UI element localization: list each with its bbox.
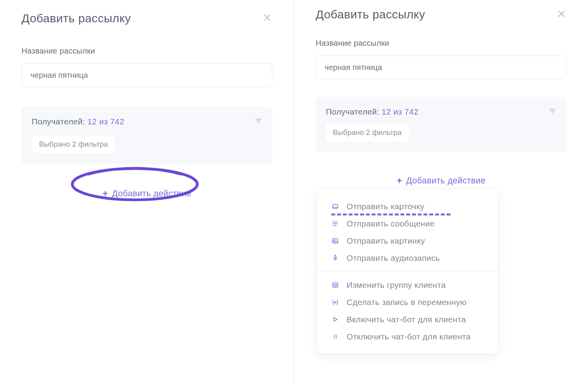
variable-icon — [331, 298, 340, 307]
add-action-button[interactable]: + Добавить действие — [102, 188, 191, 199]
panel-header: Добавить рассылку — [21, 12, 272, 25]
close-icon — [262, 13, 272, 24]
close-button[interactable] — [556, 9, 567, 20]
panel-title: Добавить рассылку — [21, 12, 131, 25]
add-action-button[interactable]: + Добавить действие — [397, 175, 485, 186]
menu-label: Отключить чат-бот для клиента — [347, 332, 471, 341]
filter-chip[interactable]: Выбрано 2 фильтра — [326, 124, 409, 142]
svg-rect-4 — [334, 255, 336, 258]
recipients-row: Получателей: 12 из 742 — [326, 107, 556, 117]
menu-send-audio[interactable]: Отправить аудиозапись — [318, 249, 497, 267]
menu-label: Отправить картинку — [347, 236, 425, 246]
add-action-label: Добавить действие — [112, 188, 191, 199]
menu-label: Отправить карточку — [347, 202, 424, 211]
filter-icon[interactable] — [549, 108, 556, 117]
svg-rect-1 — [332, 205, 338, 208]
pause-icon — [331, 332, 340, 341]
filter-icon[interactable] — [255, 117, 262, 126]
panel-header: Добавить рассылку — [316, 8, 567, 21]
plus-icon: + — [397, 175, 402, 186]
menu-label: Отправить сообщение — [347, 219, 435, 228]
svg-rect-5 — [332, 283, 338, 287]
name-label: Название рассылки — [21, 47, 272, 56]
annotation-ellipse — [64, 159, 205, 207]
menu-send-card[interactable]: Отправить карточку — [318, 198, 497, 215]
svg-point-6 — [334, 284, 334, 285]
group-icon — [331, 281, 340, 289]
close-button[interactable] — [262, 13, 272, 24]
menu-label: Отправить аудиозапись — [347, 253, 440, 263]
recipients-card: Получателей: 12 из 742 Выбрано 2 фильтра — [316, 97, 567, 152]
menu-enable-chatbot[interactable]: Включить чат-бот для клиента — [318, 311, 497, 328]
microphone-icon — [331, 254, 340, 262]
menu-change-group[interactable]: Изменить группу клиента — [318, 276, 497, 294]
menu-send-message[interactable]: Отправить сообщение — [318, 215, 497, 232]
menu-label: Изменить группу клиента — [347, 280, 446, 290]
close-icon — [556, 9, 567, 20]
recipients-label: Получателей: — [32, 117, 85, 126]
menu-label: Включить чат-бот для клиента — [347, 315, 466, 324]
add-action-row: + Добавить действие — [316, 175, 567, 186]
message-icon — [331, 219, 340, 228]
panel-right: Добавить рассылку Название рассылки Полу… — [294, 0, 588, 384]
menu-write-variable[interactable]: Сделать запись в переменную — [318, 294, 497, 311]
panel-title: Добавить рассылку — [316, 8, 425, 21]
recipients-count: 12 из 742 — [382, 107, 418, 116]
recipients-text: Получателей: 12 из 742 — [326, 107, 418, 117]
menu-send-image[interactable]: Отправить картинку — [318, 232, 497, 249]
image-icon — [331, 237, 340, 245]
plus-icon: + — [102, 188, 108, 199]
panel-left: Добавить рассылку Название рассылки Полу… — [0, 0, 294, 384]
campaign-name-input[interactable] — [21, 63, 272, 87]
card-icon — [331, 202, 340, 211]
recipients-text: Получателей: 12 из 742 — [32, 117, 124, 126]
filter-chip[interactable]: Выбрано 2 фильтра — [32, 135, 115, 154]
recipients-card: Получателей: 12 из 742 Выбрано 2 фильтра — [21, 107, 272, 164]
add-action-row: + Добавить действие — [21, 188, 272, 199]
recipients-row: Получателей: 12 из 742 — [32, 117, 262, 126]
name-label: Название рассылки — [316, 39, 567, 48]
action-dropdown: Отправить карточку Отправить сообщение О… — [318, 190, 497, 353]
recipients-count: 12 из 742 — [88, 117, 124, 126]
add-action-label: Добавить действие — [406, 176, 486, 186]
svg-rect-2 — [332, 239, 338, 243]
menu-label: Сделать запись в переменную — [347, 298, 466, 307]
menu-disable-chatbot[interactable]: Отключить чат-бот для клиента — [318, 328, 497, 345]
svg-point-7 — [336, 284, 336, 285]
campaign-name-input[interactable] — [316, 56, 567, 79]
recipients-label: Получателей: — [326, 107, 379, 116]
menu-divider — [318, 271, 497, 272]
play-icon — [331, 315, 340, 324]
